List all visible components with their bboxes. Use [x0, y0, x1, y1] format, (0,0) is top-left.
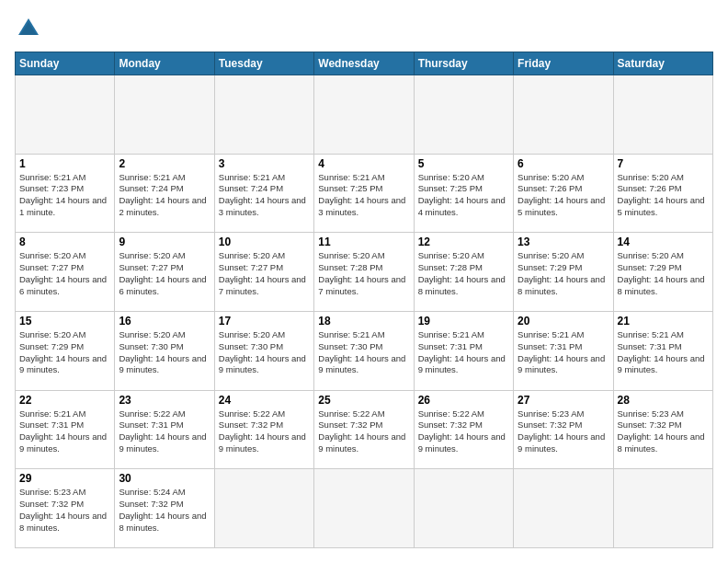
day-info: Sunrise: 5:20 AMSunset: 7:25 PMDaylight:…	[418, 172, 509, 219]
col-header-wednesday: Wednesday	[314, 52, 414, 75]
calendar-cell: 10Sunrise: 5:20 AMSunset: 7:27 PMDayligh…	[214, 233, 313, 312]
calendar-cell: 17Sunrise: 5:20 AMSunset: 7:30 PMDayligh…	[214, 311, 313, 390]
day-number: 2	[119, 157, 210, 170]
day-number: 29	[19, 472, 110, 485]
day-info: Sunrise: 5:21 AMSunset: 7:30 PMDaylight:…	[318, 329, 409, 376]
day-number: 9	[119, 236, 210, 248]
day-number: 7	[618, 157, 709, 170]
calendar-cell: 13Sunrise: 5:20 AMSunset: 7:29 PMDayligh…	[514, 233, 613, 312]
calendar-cell: 15Sunrise: 5:20 AMSunset: 7:29 PMDayligh…	[16, 311, 115, 390]
col-header-monday: Monday	[115, 52, 214, 75]
calendar-cell: 21Sunrise: 5:21 AMSunset: 7:31 PMDayligh…	[613, 311, 712, 390]
day-info: Sunrise: 5:21 AMSunset: 7:31 PMDaylight:…	[618, 329, 709, 376]
calendar-cell: 30Sunrise: 5:24 AMSunset: 7:32 PMDayligh…	[115, 469, 214, 548]
calendar-week-5: 22Sunrise: 5:21 AMSunset: 7:31 PMDayligh…	[16, 390, 713, 469]
day-number: 28	[618, 394, 709, 407]
day-info: Sunrise: 5:21 AMSunset: 7:23 PMDaylight:…	[19, 172, 110, 219]
day-number: 6	[518, 157, 609, 170]
calendar-cell	[214, 75, 313, 155]
day-number: 21	[618, 315, 709, 327]
day-info: Sunrise: 5:24 AMSunset: 7:32 PMDaylight:…	[119, 487, 210, 534]
day-info: Sunrise: 5:20 AMSunset: 7:29 PMDaylight:…	[19, 329, 110, 376]
calendar-cell: 22Sunrise: 5:21 AMSunset: 7:31 PMDayligh…	[16, 390, 115, 469]
col-header-saturday: Saturday	[613, 52, 712, 75]
calendar-cell: 26Sunrise: 5:22 AMSunset: 7:32 PMDayligh…	[414, 390, 513, 469]
calendar-cell: 7Sunrise: 5:20 AMSunset: 7:26 PMDaylight…	[613, 154, 712, 233]
day-info: Sunrise: 5:20 AMSunset: 7:30 PMDaylight:…	[119, 329, 210, 376]
day-info: Sunrise: 5:22 AMSunset: 7:32 PMDaylight:…	[418, 408, 509, 455]
calendar-header-row: SundayMondayTuesdayWednesdayThursdayFrid…	[16, 52, 713, 75]
calendar-cell: 24Sunrise: 5:22 AMSunset: 7:32 PMDayligh…	[214, 390, 313, 469]
day-number: 3	[219, 157, 310, 170]
calendar-cell: 19Sunrise: 5:21 AMSunset: 7:31 PMDayligh…	[414, 311, 513, 390]
day-number: 30	[119, 472, 210, 485]
calendar-cell: 2Sunrise: 5:21 AMSunset: 7:24 PMDaylight…	[115, 154, 214, 233]
day-number: 13	[518, 236, 609, 248]
day-number: 22	[19, 394, 110, 407]
calendar-cell: 27Sunrise: 5:23 AMSunset: 7:32 PMDayligh…	[514, 390, 613, 469]
col-header-sunday: Sunday	[16, 52, 115, 75]
day-info: Sunrise: 5:23 AMSunset: 7:32 PMDaylight:…	[518, 408, 609, 455]
day-number: 1	[19, 157, 110, 170]
day-number: 16	[119, 315, 210, 327]
day-info: Sunrise: 5:20 AMSunset: 7:29 PMDaylight:…	[618, 250, 709, 297]
calendar-table: SundayMondayTuesdayWednesdayThursdayFrid…	[15, 52, 713, 548]
day-number: 12	[418, 236, 509, 248]
day-info: Sunrise: 5:21 AMSunset: 7:31 PMDaylight:…	[418, 329, 509, 376]
calendar-cell: 1Sunrise: 5:21 AMSunset: 7:23 PMDaylight…	[16, 154, 115, 233]
day-number: 20	[518, 315, 609, 327]
day-number: 10	[219, 236, 310, 248]
calendar-cell: 3Sunrise: 5:21 AMSunset: 7:24 PMDaylight…	[214, 154, 313, 233]
day-number: 14	[618, 236, 709, 248]
calendar-cell: 16Sunrise: 5:20 AMSunset: 7:30 PMDayligh…	[115, 311, 214, 390]
day-number: 19	[418, 315, 509, 327]
day-info: Sunrise: 5:20 AMSunset: 7:28 PMDaylight:…	[418, 250, 509, 297]
calendar-cell: 4Sunrise: 5:21 AMSunset: 7:25 PMDaylight…	[314, 154, 414, 233]
day-number: 11	[318, 236, 409, 248]
day-info: Sunrise: 5:20 AMSunset: 7:29 PMDaylight:…	[518, 250, 609, 297]
calendar-cell	[514, 469, 613, 548]
calendar-cell	[214, 469, 313, 548]
day-number: 23	[119, 394, 210, 407]
day-info: Sunrise: 5:23 AMSunset: 7:32 PMDaylight:…	[19, 487, 110, 534]
day-info: Sunrise: 5:21 AMSunset: 7:31 PMDaylight:…	[19, 408, 110, 455]
day-info: Sunrise: 5:23 AMSunset: 7:32 PMDaylight:…	[618, 408, 709, 455]
page: SundayMondayTuesdayWednesdayThursdayFrid…	[0, 0, 728, 563]
day-info: Sunrise: 5:21 AMSunset: 7:24 PMDaylight:…	[219, 172, 310, 219]
calendar-week-3: 8Sunrise: 5:20 AMSunset: 7:27 PMDaylight…	[16, 233, 713, 312]
day-info: Sunrise: 5:20 AMSunset: 7:26 PMDaylight:…	[518, 172, 609, 219]
calendar-week-4: 15Sunrise: 5:20 AMSunset: 7:29 PMDayligh…	[16, 311, 713, 390]
day-number: 26	[418, 394, 509, 407]
calendar-cell: 28Sunrise: 5:23 AMSunset: 7:32 PMDayligh…	[613, 390, 712, 469]
calendar-cell: 8Sunrise: 5:20 AMSunset: 7:27 PMDaylight…	[16, 233, 115, 312]
day-info: Sunrise: 5:22 AMSunset: 7:31 PMDaylight:…	[119, 408, 210, 455]
calendar-cell: 29Sunrise: 5:23 AMSunset: 7:32 PMDayligh…	[16, 469, 115, 548]
calendar-cell: 11Sunrise: 5:20 AMSunset: 7:28 PMDayligh…	[314, 233, 414, 312]
calendar-week-2: 1Sunrise: 5:21 AMSunset: 7:23 PMDaylight…	[16, 154, 713, 233]
day-info: Sunrise: 5:21 AMSunset: 7:25 PMDaylight:…	[318, 172, 409, 219]
day-info: Sunrise: 5:20 AMSunset: 7:27 PMDaylight:…	[119, 250, 210, 297]
calendar-week-1	[16, 75, 713, 155]
day-info: Sunrise: 5:21 AMSunset: 7:24 PMDaylight:…	[119, 172, 210, 219]
day-number: 15	[19, 315, 110, 327]
day-info: Sunrise: 5:22 AMSunset: 7:32 PMDaylight:…	[318, 408, 409, 455]
calendar-cell: 6Sunrise: 5:20 AMSunset: 7:26 PMDaylight…	[514, 154, 613, 233]
day-number: 27	[518, 394, 609, 407]
day-info: Sunrise: 5:20 AMSunset: 7:26 PMDaylight:…	[618, 172, 709, 219]
calendar-cell	[414, 75, 513, 155]
logo-icon	[15, 15, 42, 42]
calendar-cell	[16, 75, 115, 155]
day-info: Sunrise: 5:20 AMSunset: 7:27 PMDaylight:…	[219, 250, 310, 297]
day-number: 24	[219, 394, 310, 407]
calendar-cell: 23Sunrise: 5:22 AMSunset: 7:31 PMDayligh…	[115, 390, 214, 469]
calendar-cell	[414, 469, 513, 548]
day-number: 4	[318, 157, 409, 170]
day-info: Sunrise: 5:22 AMSunset: 7:32 PMDaylight:…	[219, 408, 310, 455]
calendar-cell: 25Sunrise: 5:22 AMSunset: 7:32 PMDayligh…	[314, 390, 414, 469]
day-info: Sunrise: 5:20 AMSunset: 7:28 PMDaylight:…	[318, 250, 409, 297]
day-number: 25	[318, 394, 409, 407]
header	[15, 15, 713, 42]
day-number: 8	[19, 236, 110, 248]
calendar-cell	[613, 75, 712, 155]
calendar-cell: 20Sunrise: 5:21 AMSunset: 7:31 PMDayligh…	[514, 311, 613, 390]
